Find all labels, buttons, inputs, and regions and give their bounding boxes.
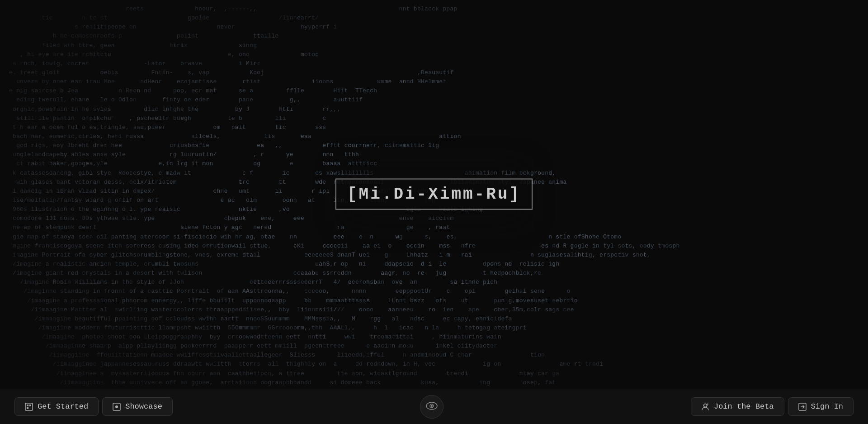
eye-button[interactable]	[420, 395, 443, 419]
eye-icon	[426, 401, 438, 413]
svg-point-5	[115, 405, 118, 408]
center-logo: [Mi.Di-Ximm-Ru]	[335, 178, 533, 210]
bottom-navigation-bar: Get Started Showcase	[0, 389, 868, 424]
sign-in-button[interactable]: Sign In	[788, 397, 854, 416]
join-beta-icon	[701, 403, 709, 411]
nav-left-group: Get Started Showcase	[14, 397, 173, 416]
sign-in-label: Sign In	[811, 402, 843, 411]
logo-text: [Mi.Di-Ximm-Ru]	[335, 178, 533, 210]
svg-rect-0	[25, 403, 33, 410]
join-beta-label: Join the Beta	[714, 402, 774, 411]
nav-center-group	[420, 395, 443, 419]
vignette-overlay	[0, 0, 868, 388]
svg-rect-1	[27, 405, 28, 406]
join-beta-button[interactable]: Join the Beta	[691, 397, 784, 416]
svg-point-9	[703, 404, 707, 407]
svg-point-8	[431, 405, 433, 407]
nav-right-group: Join the Beta Sign In	[691, 397, 854, 416]
get-started-label: Get Started	[38, 402, 88, 411]
background-text: reets hoour, ,------,, nnt bblacck ppap …	[0, 0, 868, 388]
get-started-button[interactable]: Get Started	[14, 397, 99, 416]
showcase-icon	[113, 403, 121, 411]
svg-rect-3	[27, 407, 28, 409]
showcase-button[interactable]: Showcase	[102, 397, 173, 416]
svg-rect-2	[29, 405, 31, 406]
sign-in-icon	[798, 403, 807, 411]
get-started-icon	[25, 403, 33, 411]
center-dim-overlay	[344, 167, 524, 221]
showcase-label: Showcase	[125, 402, 162, 411]
